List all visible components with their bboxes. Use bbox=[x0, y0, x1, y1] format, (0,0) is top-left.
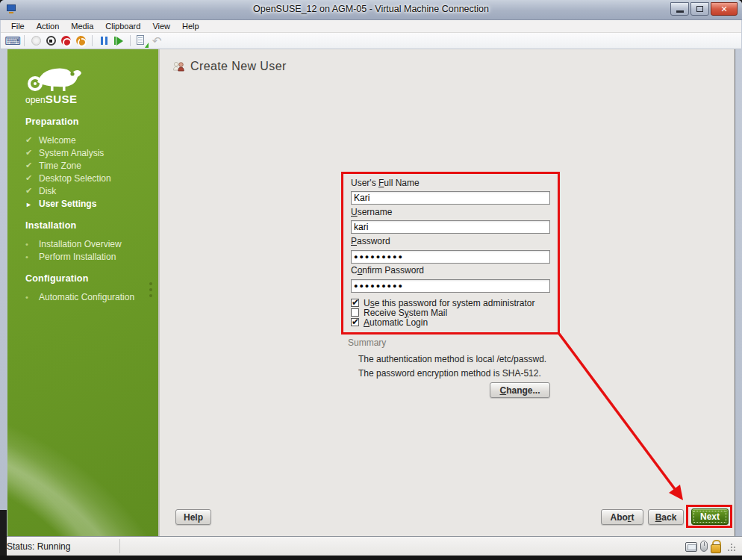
password-input[interactable] bbox=[351, 250, 550, 264]
sidebar-item-automatic-configuration[interactable]: Automatic Configuration bbox=[25, 290, 158, 303]
opensuse-logo: openSUSE bbox=[25, 61, 158, 106]
start-icon[interactable] bbox=[28, 34, 43, 49]
resize-grip[interactable] bbox=[725, 544, 733, 552]
status-bar: Status: Running bbox=[0, 536, 742, 556]
close-icon: ✕ bbox=[720, 4, 727, 14]
annotation-rectangle-form: User's Full Name Username Password Confi… bbox=[341, 172, 560, 335]
save-state-icon[interactable] bbox=[73, 34, 88, 49]
password-label: Password bbox=[351, 237, 550, 246]
section-title-installation: Installation bbox=[25, 220, 158, 231]
checkbox-icon bbox=[351, 308, 359, 317]
check-icon bbox=[25, 135, 39, 145]
users-icon bbox=[172, 60, 185, 72]
opensuse-wordmark: openSUSE bbox=[25, 93, 158, 106]
revert-icon: ↷ bbox=[149, 34, 164, 49]
checkbox-icon bbox=[351, 299, 359, 307]
summary-line: The authentication method is local /etc/… bbox=[358, 354, 546, 364]
checkbox-icon bbox=[351, 318, 359, 326]
summary-line: The password encryption method is SHA-51… bbox=[358, 368, 541, 379]
sidebar-item-installation-overview[interactable]: Installation Overview bbox=[25, 237, 158, 250]
toolbar-separator bbox=[130, 35, 131, 46]
bullet-icon bbox=[25, 240, 39, 249]
menu-media[interactable]: Media bbox=[65, 21, 99, 31]
pause-icon[interactable] bbox=[96, 34, 111, 49]
abort-button[interactable]: Abort bbox=[601, 509, 643, 525]
check-icon bbox=[25, 148, 39, 158]
chameleon-icon bbox=[25, 61, 87, 93]
maximize-button[interactable] bbox=[690, 2, 709, 16]
window-title: OpenSUSE_12 on AGM-05 - Virtual Machine … bbox=[0, 4, 742, 14]
sidebar-splitter-handle[interactable] bbox=[149, 282, 152, 300]
menu-bar: File Action Media Clipboard View Help bbox=[1, 20, 741, 33]
shut-down-icon[interactable] bbox=[58, 34, 73, 49]
bullet-icon bbox=[25, 252, 39, 261]
menu-clipboard[interactable]: Clipboard bbox=[99, 21, 146, 31]
sidebar-item-perform-installation[interactable]: Perform Installation bbox=[25, 250, 158, 263]
current-arrow-icon bbox=[25, 199, 39, 208]
close-button[interactable]: ✕ bbox=[711, 2, 738, 16]
display-icon bbox=[685, 542, 697, 552]
menu-view[interactable]: View bbox=[146, 21, 176, 31]
help-button[interactable]: Help bbox=[175, 509, 211, 525]
sidebar-item-disk[interactable]: Disk bbox=[25, 184, 158, 197]
username-input[interactable] bbox=[351, 220, 550, 234]
check-icon bbox=[25, 186, 39, 196]
sidebar-item-user-settings[interactable]: User Settings bbox=[25, 197, 158, 210]
section-title-configuration: Configuration bbox=[25, 273, 158, 284]
menu-help[interactable]: Help bbox=[176, 21, 205, 31]
lock-icon bbox=[711, 540, 720, 552]
mouse-icon bbox=[700, 541, 708, 552]
menu-action[interactable]: Action bbox=[31, 21, 66, 31]
checkpoint-icon[interactable] bbox=[134, 34, 149, 49]
maximize-icon bbox=[696, 6, 703, 12]
full-name-input[interactable] bbox=[351, 191, 550, 205]
sidebar-item-system-analysis[interactable]: System Analysis bbox=[25, 146, 158, 159]
sidebar-item-welcome[interactable]: Welcome bbox=[25, 134, 158, 146]
username-label: Username bbox=[351, 208, 550, 217]
confirm-password-label: Confirm Password bbox=[351, 266, 550, 276]
status-divider bbox=[119, 539, 120, 553]
full-name-label: User's Full Name bbox=[351, 178, 550, 188]
ctrl-alt-del-icon[interactable]: ⌨ bbox=[5, 34, 20, 49]
turn-off-icon[interactable] bbox=[43, 34, 58, 49]
sidebar-item-time-zone[interactable]: Time Zone bbox=[25, 159, 158, 172]
toolbar: ⌨ ↷ bbox=[1, 33, 741, 49]
checkbox-receive-mail[interactable]: Receive System Mail bbox=[351, 308, 534, 317]
checkbox-automatic-login[interactable]: Automatic Login bbox=[351, 317, 534, 327]
titlebar[interactable]: OpenSUSE_12 on AGM-05 - Virtual Machine … bbox=[0, 0, 742, 20]
summary-label: Summary bbox=[348, 337, 386, 348]
reset-icon[interactable] bbox=[111, 34, 126, 49]
change-button[interactable]: Change... bbox=[490, 382, 550, 398]
confirm-password-input[interactable] bbox=[351, 279, 550, 293]
vm-connection-window: OpenSUSE_12 on AGM-05 - Virtual Machine … bbox=[0, 0, 742, 560]
vm-display: openSUSE Preparation Welcome System Anal… bbox=[7, 49, 735, 536]
menu-file[interactable]: File bbox=[5, 21, 31, 31]
minimize-button[interactable] bbox=[670, 2, 689, 16]
check-icon bbox=[25, 173, 39, 183]
desktop-background bbox=[0, 510, 7, 556]
desktop-background bbox=[0, 556, 742, 560]
annotation-rectangle-next bbox=[686, 505, 732, 528]
bullet-icon bbox=[25, 293, 39, 302]
status-text: Status: Running bbox=[7, 541, 70, 552]
check-icon bbox=[25, 161, 39, 170]
toolbar-separator bbox=[24, 35, 25, 46]
back-button[interactable]: Back bbox=[648, 509, 684, 525]
toolbar-separator bbox=[92, 35, 93, 46]
installer-sidebar: openSUSE Preparation Welcome System Anal… bbox=[7, 49, 160, 536]
checkbox-admin-password[interactable]: Use this password for system administrat… bbox=[351, 298, 534, 308]
minimize-icon bbox=[676, 10, 684, 13]
page-title: Create New User bbox=[190, 60, 287, 73]
section-title-preparation: Preparation bbox=[25, 116, 158, 127]
sidebar-item-desktop-selection[interactable]: Desktop Selection bbox=[25, 172, 158, 184]
